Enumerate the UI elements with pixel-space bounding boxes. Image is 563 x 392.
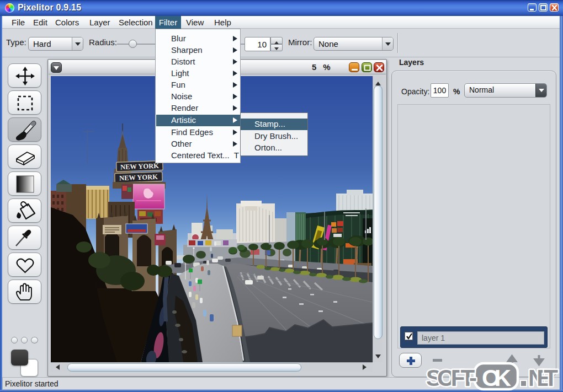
svg-text:NEW YORK: NEW YORK <box>119 173 158 182</box>
svg-text:SOFT-: SOFT- <box>426 365 477 391</box>
svg-text:OK: OK <box>482 365 511 391</box>
svg-text:NET: NET <box>528 365 558 391</box>
svg-text:NEW YORK: NEW YORK <box>120 162 160 171</box>
